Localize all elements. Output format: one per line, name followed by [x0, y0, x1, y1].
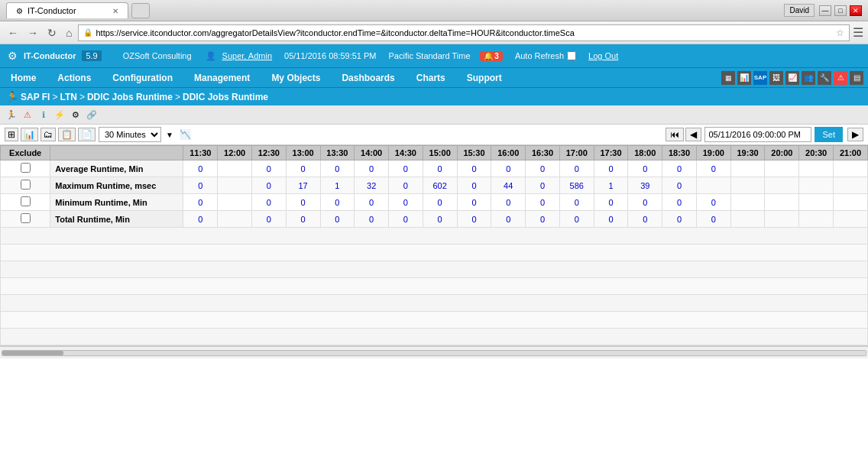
toolbar-alert-icon[interactable]: ⚠: [21, 108, 34, 122]
row-exclude-4[interactable]: [1, 211, 50, 228]
browser-toolbar: ← → ↻ ⌂ 🔒 https://service.itconductor.co…: [0, 21, 868, 44]
header-1400: 14:00: [355, 146, 389, 160]
horizontal-scrollbar[interactable]: [0, 346, 868, 358]
forward-button[interactable]: →: [24, 25, 41, 41]
nav-icon-bar[interactable]: 📈: [785, 71, 799, 85]
refresh-button[interactable]: ↻: [44, 25, 60, 41]
nav-icon-chart[interactable]: 📊: [737, 71, 751, 85]
interval-dropdown-arrow[interactable]: ▼: [166, 131, 173, 139]
cell-tot-2100: [833, 211, 867, 228]
time-icon-3[interactable]: 🗂: [40, 128, 56, 141]
toolbar-run-icon[interactable]: 🏃: [5, 108, 18, 122]
cell-tot-1830: 0: [662, 211, 697, 228]
cell-max-1400: 32: [355, 177, 389, 194]
cell-min-1630: 0: [526, 194, 560, 211]
data-table: Exclude 11:30 12:00 12:30 13:00 13:30 14…: [0, 145, 868, 345]
header-1530: 15:30: [457, 146, 491, 160]
nav-icon-grid[interactable]: ▦: [721, 71, 735, 85]
header-2000: 20:00: [765, 146, 799, 160]
header-1630: 16:30: [526, 146, 560, 160]
toolbar-info-icon[interactable]: ℹ: [37, 108, 50, 122]
header-1230: 12:30: [251, 146, 286, 160]
cell-min-1930: [730, 194, 765, 211]
cell-avg-2030: [799, 160, 834, 177]
time-icon-2[interactable]: 📊: [21, 128, 38, 141]
row-metric-4: Total Runtime, Min: [50, 211, 183, 228]
browser-tab[interactable]: ⚙ IT-Conductor ✕: [6, 2, 128, 18]
breadcrumb-ltn[interactable]: LTN: [60, 92, 76, 102]
app-header: ⚙ IT-Conductor 5.9 OZSoft Consulting 👤 S…: [0, 44, 868, 67]
nav-icon-person[interactable]: 👥: [802, 71, 815, 85]
nav-actions[interactable]: Actions: [47, 68, 102, 87]
header-1200: 12:00: [218, 146, 252, 160]
nav-icon-wrench[interactable]: 🔧: [818, 71, 831, 85]
cell-max-1530: 0: [457, 177, 491, 194]
row-exclude-2[interactable]: [1, 177, 50, 194]
breadcrumb-ddic-link[interactable]: DDIC Jobs Runtime: [87, 92, 173, 102]
time-icon-4[interactable]: 📋: [58, 128, 76, 141]
nav-first-button[interactable]: ⏮: [666, 128, 684, 141]
home-button[interactable]: ⌂: [63, 25, 75, 41]
cell-max-1500: 602: [423, 177, 457, 194]
header-metric: [50, 146, 183, 160]
browser-menu-button[interactable]: ☰: [853, 25, 863, 40]
cell-min-1800: 0: [628, 194, 662, 211]
tab-close-button[interactable]: ✕: [112, 7, 118, 15]
nav-support[interactable]: Support: [456, 68, 513, 87]
maximize-button[interactable]: □: [834, 5, 847, 16]
nav-icon-warning[interactable]: ⚠: [834, 71, 847, 85]
toolbar-network-icon[interactable]: 🔗: [85, 108, 99, 122]
cell-avg-1430: 0: [389, 160, 423, 177]
nav-next-button[interactable]: ▶: [847, 128, 863, 141]
time-chart-icon[interactable]: 📉: [180, 129, 191, 140]
nav-charts[interactable]: Charts: [406, 68, 456, 87]
scroll-thumb[interactable]: [2, 351, 63, 355]
cell-min-1700: 0: [559, 194, 594, 211]
nav-icon-sap[interactable]: SAP: [753, 71, 767, 85]
datetime-input[interactable]: [704, 127, 811, 142]
user-link[interactable]: Super, Admin: [222, 51, 272, 60]
nav-configuration[interactable]: Configuration: [102, 68, 183, 87]
toolbar: 🏃 ⚠ ℹ ⚡ ⚙ 🔗: [0, 105, 868, 125]
nav-dashboards[interactable]: Dashboards: [331, 68, 405, 87]
nav-home[interactable]: Home: [0, 68, 47, 87]
breadcrumb-sap-fi[interactable]: SAP FI: [21, 92, 50, 102]
nav-icon-grid2[interactable]: ▤: [850, 71, 863, 85]
header-1600: 16:00: [491, 146, 526, 160]
minimize-button[interactable]: —: [819, 5, 831, 16]
time-icon-1[interactable]: ⊞: [5, 128, 18, 141]
time-nav-bar: ⊞ 📊 🗂 📋 📄 30 Minutes 1 Hour 2 Hours 4 Ho…: [0, 125, 868, 145]
cell-avg-1900: 0: [696, 160, 730, 177]
header-1830: 18:30: [662, 146, 697, 160]
nav-prev-button[interactable]: ◀: [685, 128, 701, 141]
set-button[interactable]: Set: [815, 127, 843, 142]
cell-max-1800: 39: [628, 177, 662, 194]
cell-tot-1600: 0: [491, 211, 526, 228]
cell-min-1730: 0: [594, 194, 628, 211]
row-exclude-3[interactable]: [1, 194, 50, 211]
autorefresh-checkbox[interactable]: [567, 51, 576, 60]
app-datetime: 05/11/2016 08:59:51 PM: [284, 51, 376, 60]
row-exclude-1[interactable]: [1, 160, 50, 177]
bookmark-icon[interactable]: ☆: [836, 28, 844, 38]
scroll-track[interactable]: [2, 350, 866, 356]
logout-link[interactable]: Log Out: [588, 51, 618, 60]
notification-badge[interactable]: 🔔 3: [480, 51, 503, 61]
toolbar-flash-icon[interactable]: ⚡: [53, 108, 66, 122]
address-bar[interactable]: 🔒 https://service.itconductor.com/aggreg…: [78, 24, 850, 41]
new-tab-button[interactable]: [131, 3, 150, 18]
cell-tot-1630: 0: [526, 211, 560, 228]
close-button[interactable]: ✕: [850, 5, 862, 16]
cell-avg-2000: [765, 160, 799, 177]
interval-select[interactable]: 30 Minutes 1 Hour 2 Hours 4 Hours 8 Hour…: [99, 127, 161, 142]
nav-management[interactable]: Management: [183, 68, 261, 87]
header-1130: 11:30: [183, 146, 218, 160]
back-button[interactable]: ←: [5, 25, 21, 41]
cell-max-2100: [833, 177, 867, 194]
nav-icon-img[interactable]: 🖼: [769, 71, 783, 85]
cell-max-1630: 0: [526, 177, 560, 194]
cell-max-1730: 1: [594, 177, 628, 194]
time-icon-5[interactable]: 📄: [78, 128, 96, 141]
toolbar-settings-icon[interactable]: ⚙: [69, 108, 83, 122]
nav-my-objects[interactable]: My Objects: [261, 68, 331, 87]
